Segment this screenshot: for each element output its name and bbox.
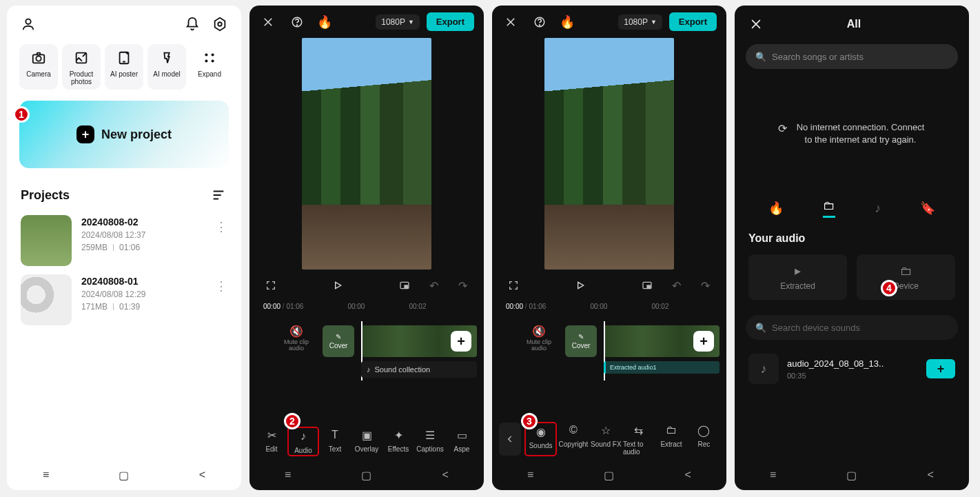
fullscreen-icon[interactable] bbox=[262, 276, 280, 294]
video-preview[interactable] bbox=[544, 38, 674, 270]
undo-icon[interactable]: ↶ bbox=[667, 276, 685, 294]
add-audio-button[interactable]: + bbox=[926, 359, 955, 378]
nav-home-icon[interactable]: ▢ bbox=[116, 469, 132, 482]
bell-icon[interactable] bbox=[183, 15, 201, 33]
flame-icon[interactable]: 🔥 bbox=[560, 14, 575, 30]
gear-icon[interactable] bbox=[211, 15, 229, 33]
nav-menu-icon[interactable]: ≡ bbox=[527, 469, 533, 482]
tool-product-photos[interactable]: Product photos bbox=[62, 44, 101, 90]
refresh-icon[interactable]: ⟳ bbox=[778, 121, 787, 136]
your-audio-title: Your audio bbox=[735, 223, 969, 250]
sort-icon[interactable] bbox=[210, 186, 227, 204]
tool-ai-poster[interactable]: AI poster bbox=[105, 44, 143, 90]
step-badge-2: 2 bbox=[284, 413, 300, 429]
tool-camera[interactable]: Camera bbox=[19, 44, 58, 90]
tool-expand[interactable]: Expand bbox=[190, 44, 229, 90]
timeline[interactable]: 🔇 Mute clip audio ✎ Cover + ♪ Sound coll… bbox=[249, 321, 484, 381]
tool-copyright[interactable]: ©Copyright bbox=[558, 423, 589, 456]
tool-record[interactable]: ◯Rec bbox=[688, 423, 719, 456]
export-button[interactable]: Export bbox=[669, 12, 717, 31]
cover-button[interactable]: ✎ Cover bbox=[565, 325, 597, 357]
profile-icon[interactable] bbox=[19, 15, 37, 33]
search-device-input[interactable]: 🔍 Search device sounds bbox=[746, 315, 958, 340]
projects-title: Projects bbox=[21, 188, 70, 203]
svg-rect-20 bbox=[647, 285, 651, 287]
video-preview[interactable] bbox=[302, 38, 431, 270]
tab-folder[interactable]: 🗀 bbox=[823, 199, 835, 218]
project-item[interactable]: 20240808-01 2024/08/08 12:29 171MB 01:39… bbox=[7, 270, 241, 329]
tool-row: Camera Product photos AI poster AI model… bbox=[7, 37, 241, 92]
tool-text-to-audio[interactable]: ⇆Text to audio bbox=[623, 423, 654, 456]
add-clip-button[interactable]: + bbox=[693, 331, 714, 352]
nav-back-icon[interactable]: < bbox=[442, 469, 449, 482]
close-icon[interactable] bbox=[747, 15, 765, 33]
close-icon[interactable] bbox=[259, 13, 277, 31]
project-thumbnail bbox=[21, 274, 72, 325]
flame-icon[interactable]: 🔥 bbox=[317, 14, 332, 30]
play-icon[interactable] bbox=[571, 276, 589, 294]
svg-marker-1 bbox=[215, 18, 225, 30]
sound-collection-track[interactable]: ♪ Sound collection bbox=[361, 361, 477, 378]
speaker-icon: 🔇 bbox=[520, 325, 558, 338]
audio-item[interactable]: ♪ audio_2024_08_08_13.. 00:35 + bbox=[735, 347, 969, 391]
close-icon[interactable] bbox=[502, 13, 520, 31]
captions-icon: ☰ bbox=[422, 427, 438, 443]
music-icon: ♪ bbox=[296, 429, 311, 444]
help-icon[interactable] bbox=[531, 13, 549, 31]
home-top-bar bbox=[7, 6, 241, 37]
fullscreen-icon[interactable] bbox=[504, 276, 522, 294]
nav-back-icon[interactable]: < bbox=[685, 469, 691, 482]
cover-button[interactable]: ✎ Cover bbox=[323, 325, 354, 357]
timeline[interactable]: 🔇 Mute clip audio ✎ Cover + Extracted au… bbox=[492, 321, 726, 381]
tool-audio[interactable]: ♪Audio bbox=[288, 427, 318, 456]
nav-back-icon[interactable]: < bbox=[928, 469, 934, 482]
project-size: 171MB bbox=[81, 302, 108, 312]
nav-back-icon[interactable]: < bbox=[194, 469, 210, 482]
tool-edit[interactable]: ✂Edit bbox=[256, 427, 287, 456]
card-extracted[interactable]: ▸ Extracted bbox=[748, 254, 847, 300]
pip-icon[interactable] bbox=[638, 276, 656, 294]
back-button[interactable] bbox=[499, 423, 521, 456]
text-icon: T bbox=[327, 427, 343, 443]
new-project-button[interactable]: + New project bbox=[19, 101, 229, 168]
tool-ai-model[interactable]: AI model bbox=[147, 44, 186, 90]
undo-icon[interactable]: ↶ bbox=[425, 276, 442, 294]
svg-point-10 bbox=[212, 60, 214, 63]
help-icon[interactable] bbox=[288, 13, 306, 31]
pip-icon[interactable] bbox=[396, 276, 414, 294]
tab-bookmark[interactable]: 🔖 bbox=[920, 201, 935, 216]
tool-text[interactable]: TText bbox=[320, 427, 350, 456]
pencil-icon: ✎ bbox=[336, 333, 341, 341]
export-button[interactable]: Export bbox=[427, 12, 474, 31]
more-icon[interactable]: ⋮ bbox=[215, 274, 227, 298]
mute-clip-button[interactable]: 🔇 Mute clip audio bbox=[520, 325, 558, 352]
tool-captions[interactable]: ☰Captions bbox=[415, 427, 445, 456]
redo-icon[interactable]: ↷ bbox=[453, 276, 471, 294]
tool-extract[interactable]: 🗀Extract bbox=[655, 423, 686, 456]
add-clip-button[interactable]: + bbox=[451, 331, 471, 352]
tool-soundfx[interactable]: ☆Sound FX bbox=[591, 423, 622, 456]
tool-overlay[interactable]: ▣Overlay bbox=[351, 427, 382, 456]
project-item[interactable]: 20240808-02 2024/08/08 12:37 259MB 01:06… bbox=[7, 211, 241, 270]
search-input[interactable]: 🔍 Search songs or artists bbox=[746, 44, 958, 69]
tool-aspect[interactable]: ▭Aspe bbox=[447, 427, 477, 456]
play-icon[interactable] bbox=[329, 276, 347, 294]
mute-clip-button[interactable]: 🔇 Mute clip audio bbox=[277, 325, 316, 352]
nav-home-icon[interactable]: ▢ bbox=[604, 469, 614, 482]
nav-menu-icon[interactable]: ≡ bbox=[38, 469, 54, 482]
card-device[interactable]: 🗀 Device bbox=[857, 254, 955, 300]
nav-menu-icon[interactable]: ≡ bbox=[285, 469, 291, 482]
resolution-dropdown[interactable]: 1080P▼ bbox=[618, 14, 662, 30]
playback-controls: ↶ ↷ bbox=[492, 270, 726, 301]
more-icon[interactable]: ⋮ bbox=[215, 215, 227, 239]
tab-trending[interactable]: 🔥 bbox=[768, 201, 784, 216]
nav-home-icon[interactable]: ▢ bbox=[846, 469, 857, 482]
nav-menu-icon[interactable]: ≡ bbox=[770, 469, 776, 482]
tool-effects[interactable]: ✦Effects bbox=[383, 427, 414, 456]
tool-label: AI poster bbox=[110, 70, 138, 78]
extracted-audio-track[interactable]: Extracted audio1 bbox=[604, 361, 719, 374]
tab-tiktok[interactable]: ♪ bbox=[875, 201, 881, 216]
nav-home-icon[interactable]: ▢ bbox=[361, 469, 371, 482]
redo-icon[interactable]: ↷ bbox=[696, 276, 714, 294]
resolution-dropdown[interactable]: 1080P▼ bbox=[376, 14, 420, 30]
